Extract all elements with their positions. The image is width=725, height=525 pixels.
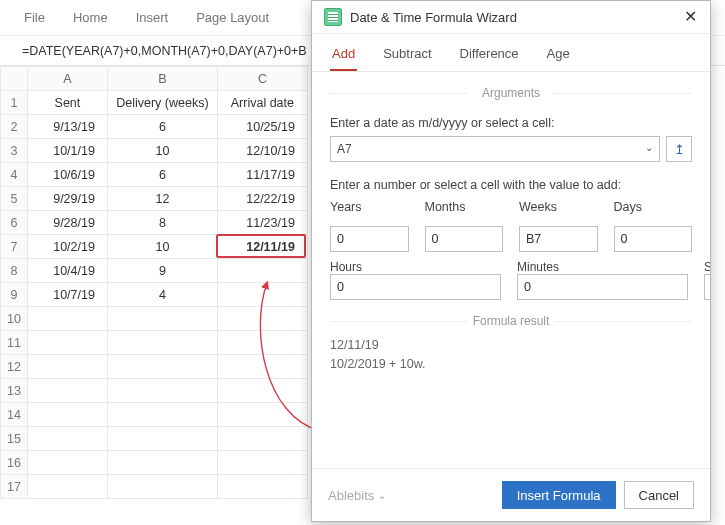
row-header[interactable]: 1 (1, 91, 28, 115)
cell[interactable]: 10/1/19 (27, 139, 107, 163)
cell[interactable] (107, 379, 217, 403)
cell[interactable]: 4 (107, 283, 217, 307)
cell[interactable] (27, 451, 107, 475)
cell[interactable] (217, 475, 307, 499)
col-header-b[interactable]: B (107, 67, 217, 91)
close-icon[interactable]: ✕ (680, 7, 700, 27)
cell[interactable]: 10/4/19 (27, 259, 107, 283)
row-header[interactable]: 5 (1, 187, 28, 211)
cell[interactable] (107, 475, 217, 499)
cell[interactable] (27, 355, 107, 379)
row-header[interactable]: 8 (1, 259, 28, 283)
cell[interactable]: 10/2/19 (27, 235, 107, 259)
cell[interactable] (27, 427, 107, 451)
cell[interactable] (217, 379, 307, 403)
cell[interactable]: 12/11/19 (217, 235, 307, 259)
row-header[interactable]: 9 (1, 283, 28, 307)
table-row: 16 (1, 451, 308, 475)
insert-formula-button[interactable]: Insert Formula (502, 481, 616, 509)
ablebits-menu[interactable]: Ablebits ⌄ (328, 488, 386, 503)
cell[interactable] (107, 307, 217, 331)
row-header[interactable]: 11 (1, 331, 28, 355)
cell[interactable] (217, 331, 307, 355)
row-header[interactable]: 2 (1, 115, 28, 139)
cell[interactable] (107, 331, 217, 355)
cell[interactable]: Delivery (weeks) (107, 91, 217, 115)
ribbon-tab-file[interactable]: File (24, 10, 45, 25)
cell[interactable]: 6 (107, 163, 217, 187)
row-header[interactable]: 17 (1, 475, 28, 499)
cell[interactable] (217, 427, 307, 451)
cell[interactable] (217, 403, 307, 427)
cell[interactable]: 12 (107, 187, 217, 211)
dialog-titlebar[interactable]: Date & Time Formula Wizard ✕ (312, 1, 710, 34)
cell[interactable] (107, 403, 217, 427)
cell[interactable]: 8 (107, 211, 217, 235)
cell[interactable] (27, 307, 107, 331)
sheet-grid[interactable]: A B C 1SentDelivery (weeks)Arrival date2… (0, 66, 308, 499)
row-header[interactable]: 13 (1, 379, 28, 403)
cell[interactable]: 9/13/19 (27, 115, 107, 139)
input-years[interactable] (330, 226, 409, 252)
time-parts-grid: Hours Minutes Seconds Hide time (330, 260, 692, 300)
input-minutes[interactable] (517, 274, 688, 300)
cell[interactable]: 9 (107, 259, 217, 283)
cell[interactable]: 9/29/19 (27, 187, 107, 211)
cell[interactable] (217, 259, 307, 283)
input-seconds[interactable] (704, 274, 710, 300)
row-header[interactable]: 10 (1, 307, 28, 331)
cell[interactable]: 10/25/19 (217, 115, 307, 139)
cell[interactable] (217, 283, 307, 307)
row-header[interactable]: 16 (1, 451, 28, 475)
tab-difference[interactable]: Difference (458, 42, 521, 71)
row-header[interactable]: 4 (1, 163, 28, 187)
cell[interactable] (27, 403, 107, 427)
table-row: 10 (1, 307, 308, 331)
col-header-c[interactable]: C (217, 67, 307, 91)
cell[interactable] (27, 331, 107, 355)
input-weeks[interactable] (519, 226, 598, 252)
cell[interactable]: 10/6/19 (27, 163, 107, 187)
input-months[interactable] (425, 226, 504, 252)
date-input[interactable]: A7 ⌄ (330, 136, 660, 162)
ribbon-tab-home[interactable]: Home (73, 10, 108, 25)
cell[interactable] (107, 427, 217, 451)
cell[interactable] (107, 355, 217, 379)
row-header[interactable]: 3 (1, 139, 28, 163)
corner-cell[interactable] (1, 67, 28, 91)
tab-subtract[interactable]: Subtract (381, 42, 433, 71)
ribbon-tab-layout[interactable]: Page Layout (196, 10, 269, 25)
cell[interactable] (217, 355, 307, 379)
row-header[interactable]: 6 (1, 211, 28, 235)
table-row: 14 (1, 403, 308, 427)
cell[interactable] (217, 451, 307, 475)
cell[interactable]: 11/23/19 (217, 211, 307, 235)
cell[interactable]: 6 (107, 115, 217, 139)
cell[interactable]: Sent (27, 91, 107, 115)
row-header[interactable]: 14 (1, 403, 28, 427)
row-header[interactable]: 15 (1, 427, 28, 451)
cell[interactable] (217, 307, 307, 331)
tab-age[interactable]: Age (545, 42, 572, 71)
input-days[interactable] (614, 226, 693, 252)
cancel-button[interactable]: Cancel (624, 481, 694, 509)
tab-add[interactable]: Add (330, 42, 357, 71)
cell[interactable]: Arrival date (217, 91, 307, 115)
cell[interactable]: 12/10/19 (217, 139, 307, 163)
cell[interactable] (27, 379, 107, 403)
table-row: 1SentDelivery (weeks)Arrival date (1, 91, 308, 115)
cell[interactable]: 12/22/19 (217, 187, 307, 211)
row-header[interactable]: 12 (1, 355, 28, 379)
cell[interactable] (107, 451, 217, 475)
col-header-a[interactable]: A (27, 67, 107, 91)
cell[interactable]: 10 (107, 139, 217, 163)
cell[interactable]: 10 (107, 235, 217, 259)
row-header[interactable]: 7 (1, 235, 28, 259)
cell[interactable]: 9/28/19 (27, 211, 107, 235)
ribbon-tab-insert[interactable]: Insert (136, 10, 169, 25)
cell[interactable] (27, 475, 107, 499)
cell[interactable]: 11/17/19 (217, 163, 307, 187)
cell[interactable]: 10/7/19 (27, 283, 107, 307)
input-hours[interactable] (330, 274, 501, 300)
cell-ref-picker-button[interactable]: ↥ (666, 136, 692, 162)
